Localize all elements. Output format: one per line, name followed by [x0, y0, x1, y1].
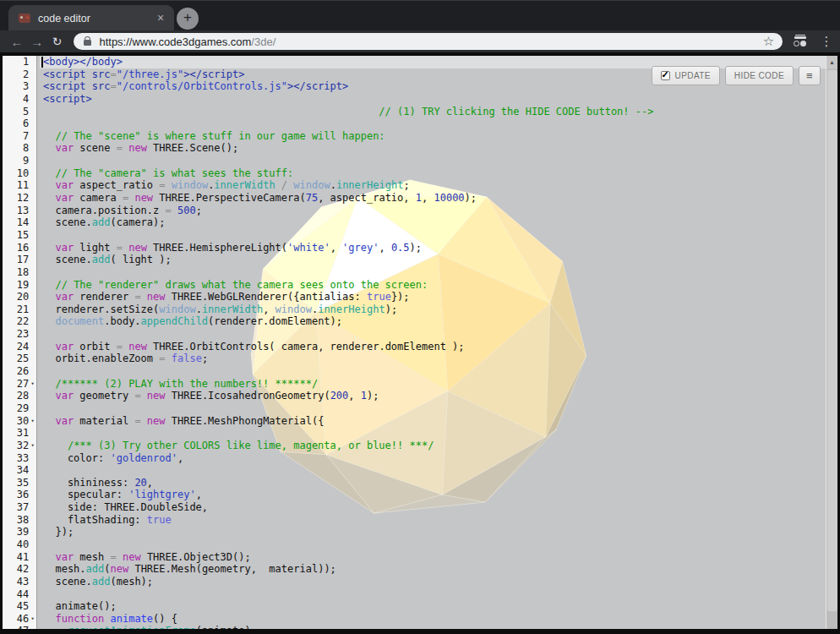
hide-code-button[interactable]: HIDE CODE	[725, 66, 794, 85]
line-number: 32	[3, 440, 29, 452]
fold-toggle-icon[interactable]: ▾	[29, 415, 36, 428]
code-line[interactable]: var scene = new THREE.Scene();	[40, 142, 826, 155]
code-line[interactable]: side: THREE.DoubleSide,	[40, 501, 826, 514]
code-line[interactable]: // The "camera" is what sees the stuff:	[40, 167, 826, 180]
line-number: 25	[3, 353, 29, 365]
incognito-icon	[793, 36, 808, 47]
code-editor[interactable]: <body></body><script src="/three.js"></s…	[40, 56, 826, 629]
code-line[interactable]: var material = new THREE.MeshPhongMateri…	[40, 415, 826, 428]
line-number: 26	[3, 365, 29, 378]
fold-toggle-icon[interactable]: ▾	[29, 440, 36, 452]
scroll-up-arrow-icon[interactable]: ▲	[826, 56, 837, 68]
tab-code-editor[interactable]: code editor ×	[8, 5, 174, 31]
line-number: 33	[3, 452, 29, 465]
code-line[interactable]: scene.add(camera);	[40, 216, 826, 229]
code-line[interactable]	[40, 402, 826, 415]
line-number: 9	[3, 155, 29, 167]
back-icon[interactable]: ←	[7, 35, 27, 49]
fold-toggle-icon[interactable]: ▾	[29, 613, 36, 626]
code-line[interactable]: specular: 'lightgrey',	[40, 489, 826, 501]
line-number: 3	[3, 80, 29, 93]
line-number: 12	[3, 192, 29, 205]
code-line[interactable]: /*** (3) Try other COLORS like lime, mag…	[40, 440, 826, 452]
code-line[interactable]: var orbit = new THREE.OrbitControls( cam…	[40, 341, 826, 353]
address-bar[interactable]: https://www.code3dgames.com/3de/ ☆	[74, 33, 783, 50]
line-number: 40	[3, 538, 29, 551]
forward-icon[interactable]: →	[27, 35, 47, 49]
code-line[interactable]: // The "renderer" draws what the camera …	[40, 279, 826, 292]
code-line[interactable]: document.body.appendChild(renderer.domEl…	[40, 315, 826, 328]
line-number: 35	[3, 477, 29, 489]
code-line[interactable]: camera.position.z = 500;	[40, 205, 826, 217]
code-line[interactable]: mesh.add(new THREE.Mesh(geometry, materi…	[40, 563, 826, 576]
code-line[interactable]: flatShading: true	[40, 514, 826, 527]
code-line[interactable]	[40, 464, 826, 477]
code-line[interactable]	[40, 365, 826, 378]
code-line[interactable]: var geometry = new THREE.IcosahedronGeom…	[40, 390, 826, 402]
url-text[interactable]: https://www.code3dgames.com/3de/	[99, 36, 762, 48]
line-number: 34	[3, 464, 29, 477]
code-line[interactable]: // The "scene" is where stuff in our gam…	[40, 130, 826, 143]
browser-menu-icon[interactable]: ⋮	[816, 34, 837, 49]
update-checkbox[interactable]	[661, 71, 670, 80]
code-line[interactable]	[40, 118, 826, 130]
page-scrollbar[interactable]: ▲	[826, 56, 837, 629]
line-number: 22	[3, 315, 29, 328]
code-line[interactable]	[40, 266, 826, 279]
update-button[interactable]: UPDATE	[652, 66, 720, 85]
code-line[interactable]: <script>	[40, 93, 826, 106]
code-line[interactable]: scene.add( light );	[40, 254, 826, 266]
code-line[interactable]	[40, 328, 826, 341]
hide-code-button-label: HIDE CODE	[734, 71, 784, 80]
scrollbar-thumb[interactable]	[827, 70, 837, 611]
line-number: 14	[3, 216, 29, 229]
fold-toggle-icon[interactable]: ▾	[29, 378, 36, 391]
code-line[interactable]: color: 'goldenrod',	[40, 452, 826, 465]
line-number: 43	[3, 576, 29, 588]
line-number: 4	[3, 93, 29, 106]
code-line[interactable]: scene.add(mesh);	[40, 576, 826, 588]
line-number: 10	[3, 167, 29, 180]
code-line[interactable]	[40, 538, 826, 551]
line-number: 27	[3, 378, 29, 391]
url-path: /3de/	[251, 36, 275, 48]
code-line[interactable]: renderer.setSize(window.innerWidth, wind…	[40, 303, 826, 316]
code-line[interactable]	[40, 427, 826, 440]
line-number: 17	[3, 254, 29, 266]
tab-close-icon[interactable]: ×	[154, 12, 167, 25]
code-line[interactable]: /****** (2) PLAY with the numbers!! ****…	[40, 378, 826, 391]
line-number: 23	[3, 328, 29, 341]
line-number: 1	[3, 56, 29, 68]
editor-menu-button[interactable]: ≡	[799, 66, 821, 85]
line-number: 47	[3, 625, 29, 629]
reload-icon[interactable]: ↻	[47, 35, 68, 48]
code-line[interactable]: var camera = new THREE.PerspectiveCamera…	[40, 192, 826, 205]
code-line[interactable]: // (1) TRY clicking the HIDE CODE button…	[40, 106, 826, 118]
line-number: 5	[3, 106, 29, 118]
code-line[interactable]	[40, 155, 826, 167]
line-number: 21	[3, 303, 29, 316]
code-line[interactable]: var aspect_ratio = window.innerWidth / w…	[40, 179, 826, 192]
code-line[interactable]: var renderer = new THREE.WebGLRenderer({…	[40, 291, 826, 303]
code-line[interactable]	[40, 588, 826, 601]
code-line[interactable]: function animate() {	[40, 613, 826, 626]
code-line[interactable]: var mesh = new THREE.Object3D();	[40, 551, 826, 564]
line-number: 18	[3, 266, 29, 279]
line-number: 7	[3, 130, 29, 143]
editor-controls: UPDATE HIDE CODE ≡	[652, 66, 821, 85]
code-line[interactable]: shininess: 20,	[40, 477, 826, 489]
code-line[interactable]: animate();	[40, 600, 826, 613]
lock-icon	[84, 40, 91, 46]
line-number: 44	[3, 588, 29, 601]
line-number: 36	[3, 489, 29, 501]
window-bottom-edge	[0, 629, 840, 634]
code-line[interactable]: requestAnimationFrame(animate);	[40, 625, 826, 629]
code-line[interactable]: });	[40, 526, 826, 538]
bookmark-star-icon[interactable]: ☆	[763, 34, 774, 49]
code-line[interactable]: var light = new THREE.HemisphereLight('w…	[40, 242, 826, 254]
line-number: 37	[3, 501, 29, 514]
code-line[interactable]	[40, 229, 826, 242]
new-tab-button[interactable]: +	[177, 8, 199, 30]
code-line[interactable]: orbit.enableZoom = false;	[40, 353, 826, 365]
line-number: 29	[3, 402, 29, 415]
